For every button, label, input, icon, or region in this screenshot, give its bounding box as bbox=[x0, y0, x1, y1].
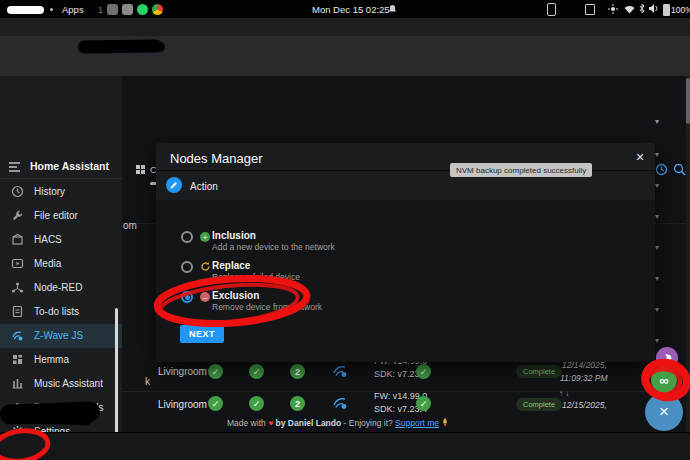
zwave-signal-icon bbox=[11, 329, 24, 342]
row-expand-chevron[interactable]: ▾ bbox=[655, 212, 659, 221]
zwave-protocol-icon bbox=[332, 364, 348, 378]
option-inclusion-desc: Add a new device to the network bbox=[212, 242, 335, 252]
bluetooth-icon bbox=[639, 3, 645, 14]
files-tray-icon[interactable] bbox=[122, 4, 133, 15]
sidebar-item-zwave-js[interactable]: Z-Wave JS bbox=[0, 324, 122, 348]
equalizer-icon bbox=[11, 377, 24, 390]
node-time: 11:09:32 PM bbox=[560, 373, 608, 383]
clipboard-status-icon bbox=[585, 4, 595, 15]
option-exclusion-title[interactable]: Exclusion bbox=[212, 290, 259, 301]
nvm-backup-toast: NVM backup completed successfully bbox=[450, 163, 592, 177]
advanced-actions-fab[interactable] bbox=[656, 347, 678, 369]
notification-bell-icon bbox=[388, 4, 397, 14]
row-expand-chevron[interactable]: ▾ bbox=[655, 336, 659, 345]
dashboard-icon bbox=[11, 353, 24, 366]
support-me-link[interactable]: Support me bbox=[395, 418, 439, 428]
row-expand-chevron[interactable]: ▾ bbox=[655, 117, 659, 126]
app-footer: Made with ♥ by Daniel Lando - Enjoying i… bbox=[227, 418, 449, 428]
sidebar-item-hacs[interactable]: HACS bbox=[0, 228, 122, 252]
pencil-icon bbox=[170, 181, 178, 189]
sidebar-item-media[interactable]: Media bbox=[0, 252, 122, 276]
row-expand-chevron[interactable]: ▾ bbox=[655, 181, 659, 190]
node-status-check-icon: ✓ bbox=[208, 364, 223, 379]
step-action-label: Action bbox=[190, 181, 218, 192]
loop-actions-fab[interactable]: ∞ bbox=[651, 367, 677, 393]
dialog-title: Nodes Manager bbox=[170, 151, 263, 166]
history-log-icon[interactable] bbox=[655, 163, 668, 176]
sidebar-item-node-red[interactable]: Node-RED bbox=[0, 276, 122, 300]
sidebar-toggle-hamburger-icon[interactable] bbox=[9, 162, 23, 172]
sidebar-item-history[interactable]: History bbox=[0, 180, 122, 204]
node-status-check-icon: ✓ bbox=[416, 364, 431, 379]
volume-icon bbox=[649, 4, 659, 13]
node-status-check-icon: ✓ bbox=[208, 396, 223, 411]
apps-menu[interactable]: Apps bbox=[62, 4, 84, 15]
page-scrollbar-thumb[interactable] bbox=[686, 78, 690, 124]
radio-inclusion[interactable] bbox=[181, 231, 193, 243]
page-scrollbar-track[interactable] bbox=[686, 76, 690, 432]
option-replace-title[interactable]: Replace bbox=[212, 260, 250, 271]
sidebar-scrollbar[interactable] bbox=[115, 308, 118, 436]
node-name: Livingroom bbox=[158, 399, 207, 410]
interview-status-badge: Complete bbox=[516, 398, 562, 411]
infinity-icon: ∞ bbox=[659, 373, 668, 388]
option-replace-desc: Replace a failed device bbox=[212, 272, 300, 282]
phone-status-icon bbox=[547, 3, 556, 16]
exclusion-minus-icon: – bbox=[200, 292, 210, 302]
row-expand-chevron[interactable]: ▾ bbox=[655, 274, 659, 283]
whatsapp-tray-icon[interactable] bbox=[137, 4, 148, 15]
redacted-topbar-item bbox=[7, 6, 44, 14]
dialog-close-button[interactable]: × bbox=[636, 149, 644, 165]
control-panel-tab-icon bbox=[136, 165, 145, 174]
system-top-bar: Apps 1 Mon Dec 15 02:25 100% bbox=[0, 0, 690, 18]
sidebar-divider bbox=[0, 178, 122, 179]
row-expand-chevron[interactable]: ▾ bbox=[655, 150, 659, 159]
debug-search-icon[interactable] bbox=[673, 163, 686, 176]
node-date: 12/15/2025, bbox=[562, 400, 607, 410]
node-battery-count: 2 bbox=[290, 364, 305, 379]
node-battery-count: 2 bbox=[290, 396, 305, 411]
chrome-tray-icon[interactable] bbox=[152, 4, 163, 15]
close-menu-fab[interactable]: × bbox=[645, 393, 683, 431]
node-status-check-icon: ✓ bbox=[249, 396, 264, 411]
screenshot-tray-icon[interactable] bbox=[107, 4, 118, 15]
rocket-icon bbox=[441, 418, 449, 427]
option-exclusion-desc: Remove device from network bbox=[212, 302, 322, 312]
row-fragment: k bbox=[145, 376, 150, 387]
row-expand-chevron[interactable]: ▾ bbox=[655, 243, 659, 252]
node-status-check-icon: ✓ bbox=[249, 364, 264, 379]
next-button[interactable]: NEXT bbox=[180, 325, 224, 343]
ha-sidebar: Home Assistant History File editor HACS … bbox=[0, 76, 122, 432]
network-icon bbox=[11, 281, 24, 294]
screen: Apps 1 Mon Dec 15 02:25 100% ▾ M [Home A… bbox=[0, 0, 690, 460]
wrench-icon bbox=[11, 209, 24, 222]
browser-tab-strip: ▾ M [Home Assistant Commu× ⌂ Failed to a… bbox=[0, 18, 690, 36]
node-sort-arrows-fragment: ↑ ↓ bbox=[559, 389, 569, 398]
hacs-icon bbox=[11, 233, 24, 246]
sidebar-item-hemma[interactable]: Hemma bbox=[0, 348, 122, 372]
redacted-url bbox=[120, 42, 165, 52]
sidebar-item-todo-lists[interactable]: To-do lists bbox=[0, 300, 122, 324]
close-icon: × bbox=[659, 402, 669, 422]
sidebar-item-music-assistant[interactable]: Music Assistant bbox=[0, 372, 122, 396]
dock: A ? >_ ▽ bbox=[0, 432, 690, 460]
option-inclusion-title[interactable]: Inclusion bbox=[212, 230, 256, 241]
checklist-icon bbox=[11, 305, 24, 318]
media-icon bbox=[11, 257, 24, 270]
bookmarks-bar: ◍ ⌂ Energi – Home... Smarta hem S SolarA… bbox=[0, 57, 690, 76]
node-status-check-icon: ✓ bbox=[416, 396, 431, 411]
tools-icon bbox=[662, 353, 672, 363]
zwave-protocol-icon bbox=[332, 396, 348, 410]
radio-replace[interactable] bbox=[181, 261, 193, 273]
ha-sidebar-title: Home Assistant bbox=[30, 160, 109, 172]
topbar-dot bbox=[50, 8, 53, 11]
replace-refresh-icon bbox=[200, 261, 211, 272]
clock[interactable]: Mon Dec 15 02:25 bbox=[312, 4, 390, 15]
wifi-icon bbox=[624, 5, 635, 14]
row-fragment: om bbox=[123, 220, 137, 231]
sidebar-item-file-editor[interactable]: File editor bbox=[0, 204, 122, 228]
workspace-indicator: 1 bbox=[98, 4, 103, 15]
radio-exclusion[interactable] bbox=[181, 291, 193, 303]
row-expand-chevron[interactable]: ▾ bbox=[655, 305, 659, 314]
interview-status-badge: Complete bbox=[516, 365, 562, 378]
